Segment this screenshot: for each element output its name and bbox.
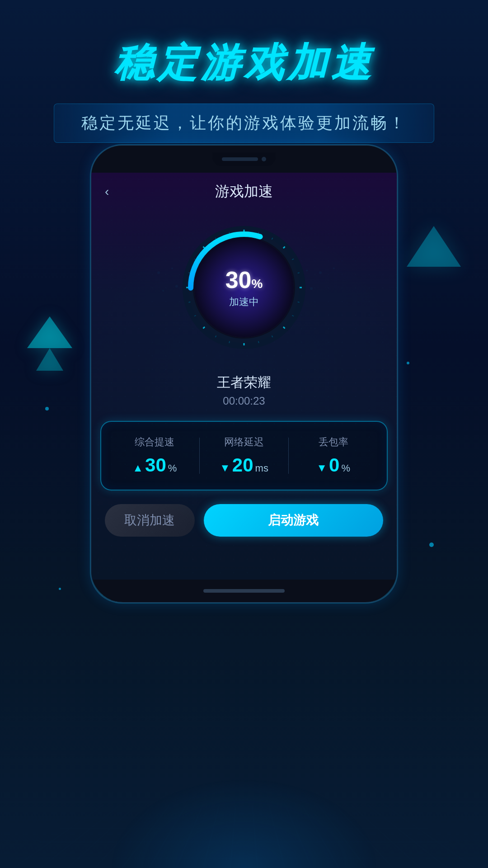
phone-notch-area (91, 146, 397, 173)
notch-dot (262, 157, 266, 161)
arrow-left-decoration (27, 316, 72, 348)
phone-frame: ‹ 游戏加速 (90, 145, 398, 603)
main-title: 稳定游戏加速 (0, 36, 488, 90)
title-section: 稳定游戏加速 稳定无延迟，让你的游戏体验更加流畅！ (0, 0, 488, 156)
phone-screen: ‹ 游戏加速 (91, 173, 397, 580)
home-indicator (91, 580, 397, 602)
arrow-right-decoration (407, 226, 461, 267)
phone-notch (212, 152, 276, 166)
speedometer-container: 30% 加速中 (91, 211, 397, 369)
particle-4 (59, 588, 61, 590)
speed-value: 30 (225, 267, 252, 293)
particle-2 (407, 362, 409, 364)
particle-1 (45, 407, 49, 410)
particle-3 (429, 542, 434, 547)
speedometer: 30% 加速中 (176, 220, 312, 355)
background-grid (0, 805, 488, 868)
speed-display: 30% 加速中 (225, 266, 263, 309)
phone-header: ‹ 游戏加速 (91, 173, 397, 211)
notch-bar (222, 157, 258, 161)
subtitle-text: 稳定无延迟，让你的游戏体验更加流畅！ (81, 113, 407, 132)
speed-status-label: 加速中 (225, 295, 263, 309)
phone-container: ‹ 游戏加速 (90, 145, 398, 603)
speed-number: 30% (225, 266, 263, 293)
home-bar (203, 589, 285, 593)
speed-unit: % (251, 277, 263, 291)
phone-screen-title: 游戏加速 (215, 182, 273, 202)
subtitle-banner: 稳定无延迟，让你的游戏体验更加流畅！ (54, 104, 434, 143)
back-button[interactable]: ‹ (105, 184, 109, 199)
